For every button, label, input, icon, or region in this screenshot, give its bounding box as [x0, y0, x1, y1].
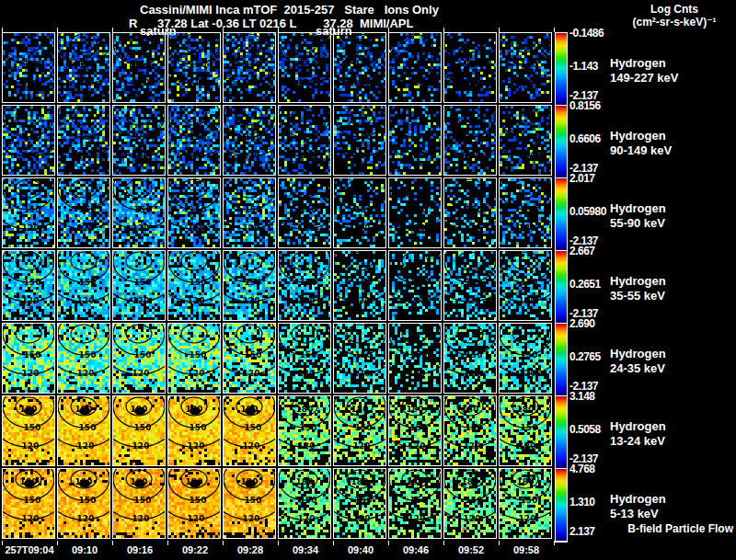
- spectrogram-panel: [223, 468, 276, 539]
- species-label: Hydrogen: [610, 129, 736, 143]
- colorbar-mid-label: -1.143: [569, 60, 598, 73]
- spectrogram-panel: [499, 250, 552, 321]
- spectrogram-panel: [278, 468, 331, 539]
- colorbar-mid-label: 0.2651: [569, 278, 601, 291]
- flow-arrow-icon: ↑: [429, 398, 433, 406]
- spectrogram-panel: [443, 395, 497, 466]
- axis-tick: [333, 541, 334, 545]
- colorbar-units-title: Log Cnts: [615, 3, 734, 16]
- energy-range-label: 35-55 keV: [610, 289, 736, 303]
- axis-tick: [278, 28, 279, 32]
- panel-canvas: [58, 33, 109, 102]
- spectrogram-panel: [2, 105, 55, 176]
- axis-tick: [2, 541, 3, 545]
- spectrogram-panel: [388, 395, 442, 466]
- spectrogram-panel: [333, 395, 386, 466]
- colorbar-mid-label: 0.2765: [569, 350, 601, 363]
- spectrogram-panel: [57, 32, 110, 103]
- axis-tick: [112, 541, 113, 545]
- colorbar-mid-label: 1.310: [569, 496, 595, 509]
- panel-canvas: [279, 324, 330, 393]
- energy-band-label: Hydrogen24-35 keV: [610, 347, 736, 376]
- bfield-flow-label: B-field Particle Flow: [627, 522, 733, 535]
- panel-canvas: [224, 324, 275, 393]
- axis-tick: [388, 28, 389, 32]
- panel-canvas: [279, 178, 330, 247]
- spectrogram-panel: [2, 32, 55, 103]
- panel-canvas: [113, 106, 165, 175]
- panel-canvas: [168, 33, 220, 102]
- spectrogram-panel: [57, 177, 110, 248]
- panel-canvas: [113, 324, 165, 393]
- panel-canvas: [334, 178, 385, 247]
- panel-canvas: [113, 396, 165, 465]
- panel-canvas: [3, 33, 54, 102]
- axis-tick: [167, 541, 168, 545]
- energy-band-label: Hydrogen149-227 keV: [610, 56, 736, 86]
- panel-canvas: [113, 33, 165, 102]
- spectrogram-panel: [167, 323, 221, 394]
- saturn-marker: saturn: [316, 24, 352, 38]
- panel-canvas: [389, 178, 441, 247]
- colorbar-max-label: 2.667: [569, 245, 595, 257]
- panel-canvas: [224, 178, 275, 247]
- panel-canvas: [389, 106, 441, 175]
- spectrogram-panel: [112, 250, 166, 321]
- spectrogram-panel: [167, 250, 221, 321]
- colorbar-segment: [556, 178, 567, 251]
- energy-band-label: Hydrogen35-55 keV: [610, 274, 736, 303]
- spectrogram-panel: [333, 177, 386, 248]
- flow-arrow-icon: ↗: [459, 527, 466, 535]
- spectrogram-panel: [499, 323, 552, 394]
- panel-canvas: [500, 251, 551, 320]
- spectrogram-panel: [112, 32, 166, 103]
- spectrogram-panel: [278, 32, 331, 103]
- axis-tick: [223, 541, 224, 545]
- panel-canvas: [58, 251, 109, 320]
- colorbar-segment: [556, 33, 567, 106]
- species-label: Hydrogen: [610, 347, 736, 361]
- panel-canvas: [3, 469, 54, 538]
- panel-canvas: [58, 178, 109, 247]
- species-label: Hydrogen: [610, 419, 736, 434]
- spectrogram-panel: [499, 105, 552, 176]
- flow-arrow-icon: ↑: [493, 393, 498, 401]
- colorbar-max-label: 3.148: [569, 390, 595, 403]
- panel-canvas: [389, 324, 441, 393]
- panel-canvas: [168, 178, 220, 247]
- panel-canvas: [3, 324, 54, 393]
- spectrogram-panel: [57, 468, 110, 539]
- spectrogram-panel: [333, 32, 386, 103]
- spectrogram-panel: [167, 395, 221, 466]
- spectrogram-panel: [388, 105, 442, 176]
- colorbar-segment: [556, 251, 567, 324]
- panel-canvas: [3, 251, 54, 320]
- colorbar-segment: [556, 469, 567, 542]
- colorbar-segment: [556, 106, 567, 178]
- panel-canvas: [113, 469, 165, 538]
- spectrogram-panel: [333, 250, 386, 321]
- colorbar-max-label: 2.690: [569, 317, 595, 330]
- axis-tick: [499, 28, 500, 32]
- panel-canvas: [444, 33, 496, 102]
- panel-canvas: [279, 469, 330, 538]
- panel-canvas: [279, 396, 330, 465]
- spectrogram-panel: [443, 105, 497, 176]
- panel-canvas: [500, 469, 551, 538]
- panel-canvas: [279, 106, 330, 175]
- spectrogram-panel: [112, 323, 166, 394]
- panel-canvas: [224, 469, 275, 538]
- panel-canvas: [58, 106, 109, 175]
- axis-tick: [388, 541, 389, 545]
- spectrogram-panel: [2, 177, 55, 248]
- spectrogram-panel: [57, 395, 110, 466]
- energy-range-label: 90-149 keV: [610, 143, 736, 158]
- spectrogram-panel: [388, 32, 442, 103]
- axis-tick: [223, 28, 224, 32]
- spectrogram-panel: [112, 177, 166, 248]
- flow-arrow-icon: ↗: [509, 470, 516, 478]
- panel-canvas: [500, 106, 551, 175]
- panel-canvas: [168, 251, 220, 320]
- axis-tick: [443, 541, 444, 545]
- spectrogram-panel: [57, 323, 110, 394]
